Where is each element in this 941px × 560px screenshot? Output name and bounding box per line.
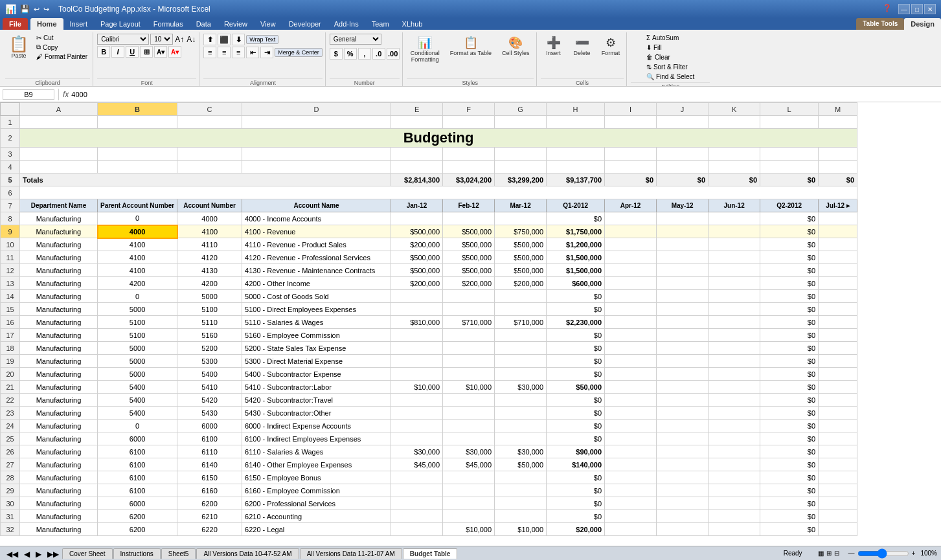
cell-jun-16[interactable] bbox=[709, 316, 760, 329]
cell-feb-31[interactable] bbox=[443, 510, 495, 523]
cell-f1[interactable] bbox=[443, 116, 495, 129]
cell-dept-29[interactable]: Manufacturing bbox=[20, 484, 98, 497]
cell-acct-24[interactable]: 6000 bbox=[177, 420, 242, 432]
cell-dept-15[interactable]: Manufacturing bbox=[20, 303, 98, 316]
cell-dept-10[interactable]: Manufacturing bbox=[20, 238, 98, 251]
cell-k4[interactable] bbox=[709, 161, 760, 174]
cell-q1-23[interactable]: $0 bbox=[547, 407, 605, 420]
cell-may-30[interactable] bbox=[657, 497, 709, 510]
cell-mar-16[interactable]: $710,000 bbox=[495, 316, 547, 329]
cell-name-30[interactable]: 6200 - Professional Services bbox=[242, 497, 391, 510]
cell-dept-12[interactable]: Manufacturing bbox=[20, 264, 98, 277]
cell-apr-31[interactable] bbox=[605, 510, 657, 523]
italic-button[interactable]: I bbox=[111, 46, 124, 58]
cell-jul-31[interactable] bbox=[819, 510, 857, 523]
cell-feb-32[interactable]: $10,000 bbox=[443, 523, 495, 536]
cell-acct-18[interactable]: 5200 bbox=[177, 342, 242, 355]
cell-feb-27[interactable]: $45,000 bbox=[443, 458, 495, 471]
cell-name-24[interactable]: 6000 - Indirect Expense Accounts bbox=[242, 420, 391, 432]
cell-q2-21[interactable]: $0 bbox=[760, 381, 819, 394]
cell-name-27[interactable]: 6140 - Other Employee Expenses bbox=[242, 458, 391, 471]
cell-parent-23[interactable]: 5400 bbox=[98, 407, 177, 420]
totals-jan[interactable]: $2,814,300 bbox=[391, 174, 443, 186]
cell-name-23[interactable]: 5430 - Subcontractor:Other bbox=[242, 407, 391, 420]
wrap-text-button[interactable]: Wrap Text bbox=[246, 35, 278, 44]
cell-mar-32[interactable]: $10,000 bbox=[495, 523, 547, 536]
cell-a4[interactable] bbox=[20, 161, 98, 174]
cell-mar-8[interactable] bbox=[495, 212, 547, 225]
cell-dept-31[interactable]: Manufacturing bbox=[20, 510, 98, 523]
cell-feb-22[interactable] bbox=[443, 394, 495, 407]
cell-parent-9[interactable]: 4000 bbox=[98, 225, 177, 238]
cell-name-11[interactable]: 4120 - Revenue - Professional Services bbox=[242, 251, 391, 264]
col-header-k[interactable]: K bbox=[709, 103, 760, 116]
cell-dept-32[interactable]: Manufacturing bbox=[20, 523, 98, 536]
cell-apr-19[interactable] bbox=[605, 355, 657, 368]
align-center-btn[interactable]: ≡ bbox=[218, 47, 231, 58]
cell-apr-10[interactable] bbox=[605, 238, 657, 251]
cell-jan-17[interactable] bbox=[391, 329, 443, 342]
cell-jun-14[interactable] bbox=[709, 290, 760, 303]
align-right-btn[interactable]: ≡ bbox=[232, 47, 245, 58]
cell-apr-21[interactable] bbox=[605, 381, 657, 394]
cell-apr-25[interactable] bbox=[605, 432, 657, 445]
cell-apr-27[interactable] bbox=[605, 458, 657, 471]
cell-q1-21[interactable]: $50,000 bbox=[547, 381, 605, 394]
cell-jan-30[interactable] bbox=[391, 497, 443, 510]
cell-feb-19[interactable] bbox=[443, 355, 495, 368]
number-format-select[interactable]: General bbox=[330, 34, 381, 45]
tab-review[interactable]: Review bbox=[218, 18, 254, 30]
cell-acct-31[interactable]: 6210 bbox=[177, 510, 242, 523]
cell-parent-19[interactable]: 5000 bbox=[98, 355, 177, 368]
cell-q2-27[interactable]: $0 bbox=[760, 458, 819, 471]
decrease-decimal-btn[interactable]: .0 bbox=[372, 48, 385, 60]
cell-name-19[interactable]: 5300 - Direct Material Expense bbox=[242, 355, 391, 368]
cell-q1-31[interactable]: $0 bbox=[547, 510, 605, 523]
cell-q1-30[interactable]: $0 bbox=[547, 497, 605, 510]
cell-mar-21[interactable]: $30,000 bbox=[495, 381, 547, 394]
cell-jan-9[interactable]: $500,000 bbox=[391, 225, 443, 238]
cell-parent-10[interactable]: 4100 bbox=[98, 238, 177, 251]
cell-parent-8[interactable]: 0 bbox=[98, 212, 177, 225]
cell-apr-18[interactable] bbox=[605, 342, 657, 355]
cell-parent-31[interactable]: 6200 bbox=[98, 510, 177, 523]
cell-feb-17[interactable] bbox=[443, 329, 495, 342]
cell-jan-25[interactable] bbox=[391, 432, 443, 445]
cell-jun-13[interactable] bbox=[709, 277, 760, 290]
cell-q2-24[interactable]: $0 bbox=[760, 420, 819, 432]
cell-dept-27[interactable]: Manufacturing bbox=[20, 458, 98, 471]
fill-color-button[interactable]: A▾ bbox=[154, 46, 167, 58]
cell-q2-17[interactable]: $0 bbox=[760, 329, 819, 342]
percent-btn[interactable]: % bbox=[344, 48, 357, 60]
cell-parent-25[interactable]: 6000 bbox=[98, 432, 177, 445]
cell-acct-20[interactable]: 5400 bbox=[177, 368, 242, 381]
cell-jan-22[interactable] bbox=[391, 394, 443, 407]
cell-may-31[interactable] bbox=[657, 510, 709, 523]
cell-m1[interactable] bbox=[819, 116, 857, 129]
cell-acct-8[interactable]: 4000 bbox=[177, 212, 242, 225]
cell-jul-27[interactable] bbox=[819, 458, 857, 471]
clear-button[interactable]: 🗑 Clear bbox=[644, 53, 697, 62]
cell-jul-8[interactable] bbox=[819, 212, 857, 225]
cut-button[interactable]: ✂ Cut bbox=[34, 34, 90, 42]
cell-apr-13[interactable] bbox=[605, 277, 657, 290]
totals-jul[interactable]: $0 bbox=[819, 174, 857, 186]
delete-cells-button[interactable]: ➖ Delete bbox=[569, 34, 595, 58]
cell-name-13[interactable]: 4200 - Other Income bbox=[242, 277, 391, 290]
cell-g1[interactable] bbox=[495, 116, 547, 129]
cell-q1-24[interactable]: $0 bbox=[547, 420, 605, 432]
cell-c1[interactable] bbox=[177, 116, 242, 129]
cell-jul-11[interactable] bbox=[819, 251, 857, 264]
cell-feb-20[interactable] bbox=[443, 368, 495, 381]
decrease-indent-btn[interactable]: ⇤ bbox=[246, 47, 259, 58]
cell-q1-25[interactable]: $0 bbox=[547, 432, 605, 445]
cell-e4[interactable] bbox=[391, 161, 443, 174]
cell-feb-11[interactable]: $500,000 bbox=[443, 251, 495, 264]
totals-jun[interactable]: $0 bbox=[709, 174, 760, 186]
cell-q2-9[interactable]: $0 bbox=[760, 225, 819, 238]
cell-acct-19[interactable]: 5300 bbox=[177, 355, 242, 368]
cell-apr-12[interactable] bbox=[605, 264, 657, 277]
cell-jan-19[interactable] bbox=[391, 355, 443, 368]
cell-d1[interactable] bbox=[242, 116, 391, 129]
cell-parent-11[interactable]: 4100 bbox=[98, 251, 177, 264]
